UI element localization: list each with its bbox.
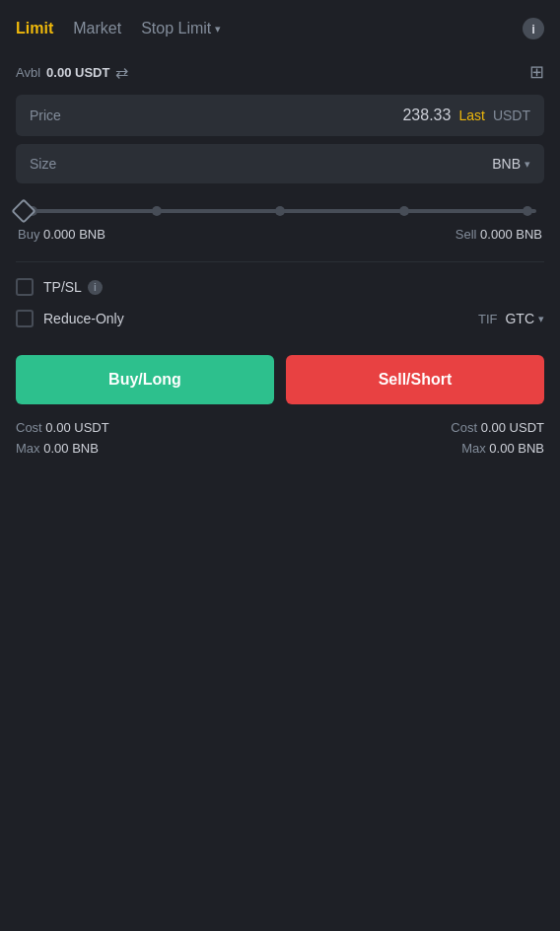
- price-currency: USDT: [493, 107, 530, 123]
- size-chevron-icon: ▾: [525, 158, 530, 171]
- price-field[interactable]: Price 238.33 Last USDT: [16, 95, 544, 136]
- tif-chevron-icon: ▾: [538, 313, 544, 325]
- slider-dot-100[interactable]: [523, 206, 532, 216]
- buy-max: Max 0.00 BNB: [16, 441, 99, 456]
- slider-thumb[interactable]: [11, 198, 35, 223]
- size-currency-select[interactable]: BNB ▾: [492, 156, 530, 172]
- avbl-row: Avbl 0.00 USDT ⇄ ⊞: [16, 61, 544, 83]
- reduce-only-checkbox[interactable]: [16, 310, 34, 327]
- avbl-value: 0.00 USDT: [46, 65, 109, 80]
- slider-dot-50[interactable]: [275, 206, 285, 216]
- avbl-balance: Avbl 0.00 USDT ⇄: [16, 63, 128, 82]
- buy-amount-value: 0.000 BNB: [43, 227, 105, 242]
- avbl-label: Avbl: [16, 65, 40, 80]
- slider-dot-25[interactable]: [152, 206, 162, 216]
- tpsl-row: TP/SL i: [16, 278, 544, 296]
- tab-stop-limit[interactable]: Stop Limit ▾: [141, 16, 221, 41]
- slider-track: [24, 209, 536, 213]
- slider-dot-75[interactable]: [399, 206, 409, 216]
- buy-cost-label: Cost: [16, 420, 42, 435]
- tif-value: GTC: [505, 311, 534, 326]
- amounts-row: Buy 0.000 BNB Sell 0.000 BNB: [16, 227, 544, 242]
- action-buttons: Buy/Long Sell/Short: [16, 355, 544, 404]
- tif-label: TIF: [478, 312, 498, 326]
- reduce-only-label: Reduce-Only: [43, 311, 124, 326]
- buy-long-button[interactable]: Buy/Long: [16, 355, 274, 404]
- price-value: 238.33: [402, 107, 451, 124]
- max-row: Max 0.00 BNB Max 0.00 BNB: [16, 441, 544, 456]
- cost-max-row: Cost 0.00 USDT Cost 0.00 USDT: [16, 420, 544, 435]
- size-field[interactable]: Size BNB ▾: [16, 144, 544, 183]
- sell-short-button[interactable]: Sell/Short: [286, 355, 544, 404]
- transfer-icon[interactable]: ⇄: [115, 63, 128, 82]
- buy-max-value: 0.00 BNB: [43, 441, 99, 456]
- tpsl-info-icon[interactable]: i: [88, 280, 103, 295]
- info-icon[interactable]: i: [523, 18, 544, 39]
- slider-dots: [28, 206, 532, 216]
- tab-limit[interactable]: Limit: [16, 16, 53, 41]
- tab-stop-limit-label: Stop Limit: [141, 20, 211, 37]
- sell-cost-value: 0.00 USDT: [481, 420, 544, 435]
- size-currency: BNB: [492, 156, 521, 172]
- sell-cost-label: Cost: [451, 420, 477, 435]
- sell-max-label: Max: [461, 441, 486, 456]
- calculator-icon[interactable]: ⊞: [529, 61, 544, 83]
- sell-amount: Sell 0.000 BNB: [455, 227, 542, 242]
- sell-max-value: 0.00 BNB: [489, 441, 544, 456]
- avbl-amount: 0.00: [46, 65, 71, 80]
- info-icon-label: i: [531, 22, 535, 36]
- price-right: 238.33 Last USDT: [402, 107, 530, 124]
- buy-cost: Cost 0.00 USDT: [16, 420, 109, 435]
- tab-row: Limit Market Stop Limit ▾ i: [16, 16, 544, 41]
- size-label: Size: [30, 156, 89, 172]
- percentage-slider[interactable]: [16, 191, 544, 227]
- divider: [16, 261, 544, 262]
- tab-market[interactable]: Market: [73, 16, 121, 41]
- last-badge: Last: [458, 107, 484, 123]
- tif-section: TIF GTC ▾: [478, 311, 544, 326]
- sell-amount-value: 0.000 BNB: [480, 227, 542, 242]
- tpsl-checkbox[interactable]: [16, 278, 34, 296]
- sell-cost: Cost 0.00 USDT: [451, 420, 544, 435]
- avbl-currency: USDT: [75, 65, 109, 80]
- buy-max-label: Max: [16, 441, 40, 456]
- buy-cost-value: 0.00 USDT: [45, 420, 108, 435]
- stop-limit-chevron-icon: ▾: [215, 23, 221, 36]
- buy-amount-label: Buy: [18, 227, 39, 242]
- tif-select[interactable]: GTC ▾: [505, 311, 544, 326]
- tpsl-label: TP/SL: [43, 279, 82, 295]
- buy-amount: Buy 0.000 BNB: [18, 227, 105, 242]
- reduce-only-row: Reduce-Only TIF GTC ▾: [16, 310, 544, 327]
- trading-panel: Limit Market Stop Limit ▾ i Avbl 0.00 US…: [0, 0, 560, 481]
- price-label: Price: [30, 107, 89, 123]
- sell-amount-label: Sell: [455, 227, 477, 242]
- sell-max: Max 0.00 BNB: [461, 441, 544, 456]
